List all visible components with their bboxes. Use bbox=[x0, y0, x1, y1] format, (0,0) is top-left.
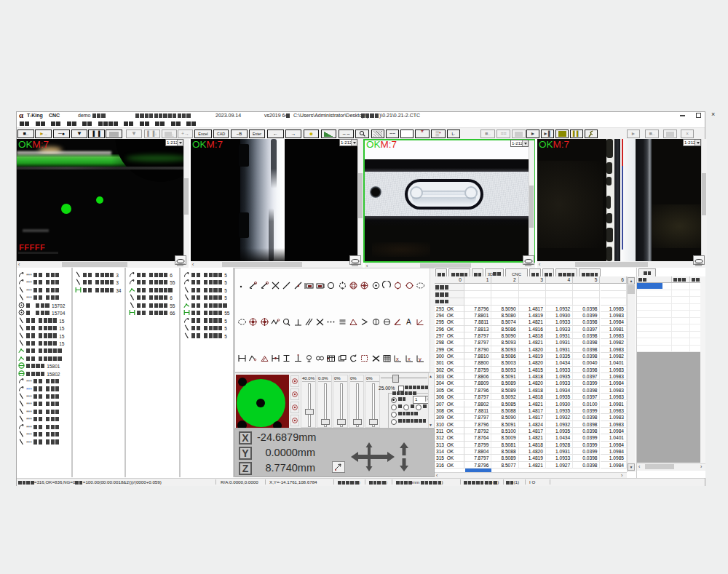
svg-text:x: x bbox=[396, 356, 399, 362]
svg-text:A: A bbox=[406, 318, 411, 326]
svg-text:y: y bbox=[419, 356, 422, 362]
svg-text:x: x bbox=[408, 356, 411, 362]
